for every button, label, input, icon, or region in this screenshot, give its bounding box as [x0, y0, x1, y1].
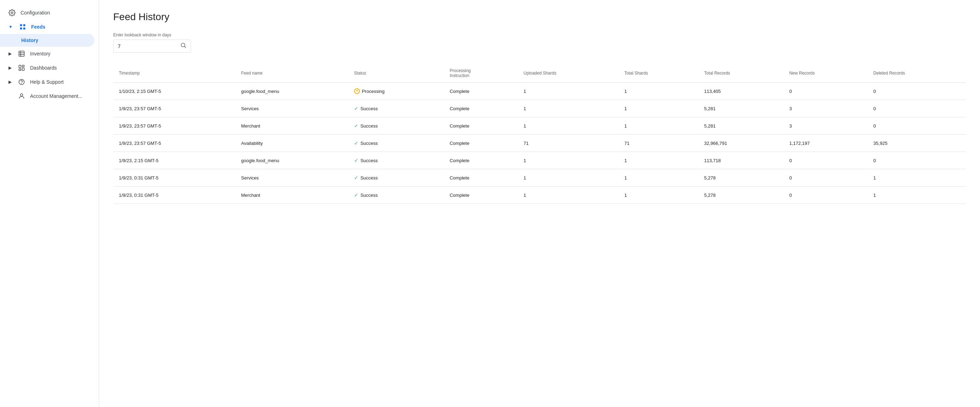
cell-status: ✓ Success — [348, 187, 444, 204]
sidebar: Configuration ▼ Feeds History ▶ — [0, 0, 99, 407]
cell-processing-instruction: Complete — [444, 152, 518, 169]
cell-deleted-records: 0 — [868, 152, 966, 169]
cell-feed-name: google.food_menu — [235, 83, 348, 100]
help-icon — [18, 78, 25, 86]
cell-total-records: 5,281 — [698, 100, 784, 117]
cell-total-shards: 1 — [619, 187, 699, 204]
cell-processing-instruction: Complete — [444, 169, 518, 187]
check-icon: ✓ — [354, 192, 358, 198]
cell-timestamp: 1/9/23, 23:57 GMT-5 — [113, 100, 235, 117]
svg-rect-9 — [19, 65, 21, 68]
cell-processing-instruction: Complete — [444, 135, 518, 152]
cell-deleted-records: 0 — [868, 117, 966, 135]
cell-new-records: 1,172,197 — [784, 135, 868, 152]
table-row: 1/9/23, 0:31 GMT-5Services ✓ Success Com… — [113, 169, 966, 187]
check-icon: ✓ — [354, 140, 358, 146]
cell-deleted-records: 35,925 — [868, 135, 966, 152]
cell-feed-name: Merchant — [235, 117, 348, 135]
cell-status: ✓ Success — [348, 135, 444, 152]
cell-total-records: 113,405 — [698, 83, 784, 100]
check-icon: ✓ — [354, 123, 358, 128]
cell-status: ✓ Success — [348, 169, 444, 187]
svg-rect-5 — [19, 51, 24, 57]
search-icon[interactable] — [180, 42, 186, 50]
status-success: ✓ Success — [354, 192, 438, 198]
gear-icon — [8, 9, 16, 16]
check-icon: ✓ — [354, 158, 358, 163]
status-label: Processing — [362, 89, 385, 94]
lookback-input[interactable] — [118, 43, 180, 49]
table-row: 1/9/23, 23:57 GMT-5Merchant ✓ Success Co… — [113, 117, 966, 135]
cell-deleted-records: 1 — [868, 169, 966, 187]
sidebar-item-inventory[interactable]: ▶ Inventory — [0, 47, 94, 61]
sidebar-item-dashboards[interactable]: ▶ Dashboards — [0, 61, 94, 75]
cell-total-shards: 1 — [619, 100, 699, 117]
cell-total-shards: 1 — [619, 83, 699, 100]
svg-rect-2 — [23, 24, 25, 27]
col-header-processing: ProcessingInstruction — [444, 64, 518, 83]
svg-point-13 — [19, 79, 24, 85]
inventory-chevron-icon: ▶ — [8, 51, 12, 56]
sidebar-item-history[interactable]: History — [0, 34, 94, 47]
grid-icon — [19, 23, 26, 30]
cell-processing-instruction: Complete — [444, 187, 518, 204]
sidebar-item-account[interactable]: ▶ Account Management... — [0, 89, 94, 103]
status-label: Success — [361, 106, 378, 111]
svg-rect-10 — [22, 65, 24, 67]
cell-status: ✓ Success — [348, 100, 444, 117]
account-icon — [18, 93, 25, 100]
col-header-total-records: Total Records — [698, 64, 784, 83]
feeds-chevron-icon: ▼ — [8, 24, 13, 29]
cell-uploaded-shards: 1 — [518, 187, 619, 204]
sidebar-item-configuration[interactable]: Configuration — [0, 6, 94, 20]
cell-total-records: 5,278 — [698, 187, 784, 204]
svg-rect-1 — [20, 24, 22, 27]
dashboard-icon — [18, 64, 25, 71]
status-success: ✓ Success — [354, 106, 438, 111]
cell-timestamp: 1/9/23, 0:31 GMT-5 — [113, 187, 235, 204]
cell-timestamp: 1/9/23, 0:31 GMT-5 — [113, 169, 235, 187]
status-success: ✓ Success — [354, 158, 438, 163]
sidebar-item-help-label: Help & Support — [30, 79, 64, 85]
cell-uploaded-shards: 1 — [518, 169, 619, 187]
cell-processing-instruction: Complete — [444, 100, 518, 117]
status-success: ✓ Success — [354, 140, 438, 146]
cell-uploaded-shards: 1 — [518, 117, 619, 135]
sidebar-item-history-label: History — [21, 38, 38, 43]
col-header-total-shards: Total Shards — [619, 64, 699, 83]
check-icon: ✓ — [354, 175, 358, 181]
col-header-deleted-records: Deleted Records — [868, 64, 966, 83]
svg-rect-11 — [22, 68, 24, 71]
cell-total-records: 5,278 — [698, 169, 784, 187]
page-title: Feed History — [113, 11, 966, 23]
cell-processing-instruction: Complete — [444, 83, 518, 100]
cell-total-shards: 1 — [619, 152, 699, 169]
main-content: Feed History Enter lookback window in da… — [99, 0, 980, 407]
svg-point-16 — [181, 43, 185, 47]
cell-new-records: 0 — [784, 152, 868, 169]
feed-table: Timestamp Feed name Status ProcessingIns… — [113, 64, 966, 204]
cell-new-records: 3 — [784, 117, 868, 135]
col-header-new-records: New Records — [784, 64, 868, 83]
col-header-feed-name: Feed name — [235, 64, 348, 83]
svg-line-17 — [185, 46, 186, 48]
cell-total-shards: 1 — [619, 169, 699, 187]
cell-total-shards: 71 — [619, 135, 699, 152]
svg-point-0 — [11, 12, 13, 14]
cell-feed-name: Availability — [235, 135, 348, 152]
lookback-label: Enter lookback window in days — [113, 33, 966, 38]
lookback-section: Enter lookback window in days — [113, 33, 966, 53]
help-chevron-icon: ▶ — [8, 79, 12, 84]
sidebar-item-configuration-label: Configuration — [21, 10, 50, 16]
status-success: ✓ Success — [354, 123, 438, 128]
cell-total-records: 32,966,791 — [698, 135, 784, 152]
cell-total-records: 113,718 — [698, 152, 784, 169]
cell-new-records: 0 — [784, 169, 868, 187]
col-header-status: Status — [348, 64, 444, 83]
cell-new-records: 0 — [784, 83, 868, 100]
table-icon — [18, 50, 25, 57]
cell-total-shards: 1 — [619, 117, 699, 135]
sidebar-item-help[interactable]: ▶ Help & Support — [0, 75, 94, 89]
sidebar-item-feeds[interactable]: ▼ Feeds — [0, 20, 94, 34]
cell-uploaded-shards: 1 — [518, 83, 619, 100]
